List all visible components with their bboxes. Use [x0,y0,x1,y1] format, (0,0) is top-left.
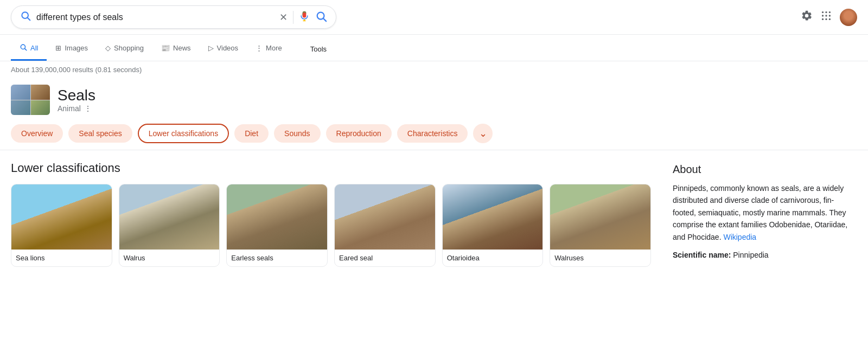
svg-line-1 [28,18,30,21]
thumb-1 [11,85,30,100]
chips-row: Overview Seal species Lower classificati… [0,119,868,150]
classifications-panel: Lower classifications Sea lions Walrus E… [11,161,651,267]
entity-name: Seals [58,87,95,104]
card-label-walrus: Walrus [119,250,220,266]
svg-point-14 [829,18,831,20]
thumb-3 [11,100,30,116]
card-otarioidea[interactable]: Otarioidea [442,184,544,267]
svg-point-7 [825,11,827,13]
search-box: ✕ [11,5,336,29]
images-tab-icon: ⊞ [55,44,61,52]
top-bar: ✕ [0,0,868,35]
card-img-walruses [550,184,650,250]
apps-icon[interactable] [820,10,832,24]
card-label-eared-seal: Eared seal [335,250,435,266]
card-img-eared-seal [335,184,435,250]
svg-point-6 [822,11,824,13]
nav-tabs: All ⊞ Images ◇ Shopping 📰 News ▷ Videos … [0,35,868,61]
more-tab-icon: ⋮ [256,44,263,52]
tab-tools-label: Tools [310,45,327,53]
entity-subtitle: Animal ⋮ [58,104,95,113]
svg-point-8 [829,11,831,13]
shopping-tab-icon: ◇ [105,44,111,52]
lens-icon[interactable] [315,10,327,24]
about-panel: About Pinnipeds, commonly known as seals… [673,161,857,267]
search-icons: ✕ [279,10,327,24]
tab-shopping-label: Shopping [114,44,144,52]
settings-icon[interactable] [801,10,813,24]
svg-point-13 [825,18,827,20]
entity-info: Seals Animal ⋮ [58,87,95,113]
top-right-icons [801,9,857,26]
tab-tools[interactable]: Tools [302,39,335,60]
tab-images[interactable]: ⊞ Images [47,37,97,60]
chip-sounds[interactable]: Sounds [274,124,320,143]
clear-icon[interactable]: ✕ [279,11,288,23]
tab-all-label: All [30,44,38,52]
about-title: About [673,163,857,176]
svg-point-11 [829,15,831,16]
scientific-name: Scientific name: Pinnipedia [673,251,857,259]
avatar-image [840,9,857,26]
card-img-sea-lions [11,184,112,250]
svg-line-16 [25,49,27,50]
card-label-otarioidea: Otarioidea [443,250,543,266]
main-content: Lower classifications Sea lions Walrus E… [0,150,868,278]
card-sea-lions[interactable]: Sea lions [11,184,112,267]
card-walrus[interactable]: Walrus [119,184,220,267]
tab-news[interactable]: 📰 News [152,37,200,60]
news-tab-icon: 📰 [161,44,170,52]
card-img-earless-seals [227,184,327,250]
knowledge-header: Seals Animal ⋮ [0,78,868,119]
svg-point-10 [825,15,827,16]
microphone-icon[interactable] [299,11,310,23]
chip-reproduction[interactable]: Reproduction [326,124,392,143]
svg-line-5 [323,18,326,21]
search-input[interactable] [36,12,274,22]
chip-diet[interactable]: Diet [234,124,269,143]
card-label-walruses: Walruses [550,250,650,266]
search-divider [293,11,293,24]
tab-news-label: News [173,44,191,52]
card-img-walrus [119,184,220,250]
tab-shopping[interactable]: ◇ Shopping [97,37,152,60]
videos-tab-icon: ▷ [208,44,214,52]
thumb-2 [31,85,50,100]
card-label-earless-seals: Earless seals [227,250,327,266]
card-eared-seal[interactable]: Eared seal [334,184,436,267]
card-earless-seals[interactable]: Earless seals [226,184,328,267]
card-walruses[interactable]: Walruses [550,184,651,267]
results-count: About 139,000,000 results (0.81 seconds) [0,61,868,78]
card-label-sea-lions: Sea lions [11,250,112,266]
card-img-otarioidea [443,184,543,250]
about-text: Pinnipeds, commonly known as seals, are … [673,182,857,243]
svg-point-12 [822,18,824,20]
avatar[interactable] [840,9,857,26]
chip-characteristics[interactable]: Characteristics [397,124,468,143]
all-tab-icon [20,43,27,53]
tab-images-label: Images [65,44,88,52]
search-icon [20,10,31,24]
chip-overview[interactable]: Overview [11,124,63,143]
tab-videos[interactable]: ▷ Videos [200,37,247,60]
chip-seal-species[interactable]: Seal species [68,124,132,143]
chip-lower-classifications[interactable]: Lower classifications [138,124,229,143]
chip-expand-icon[interactable]: ⌄ [473,124,493,143]
animal-cards-grid: Sea lions Walrus Earless seals Eared sea… [11,184,651,267]
classifications-title: Lower classifications [11,161,651,175]
svg-point-9 [822,15,824,16]
entity-menu-icon[interactable]: ⋮ [84,104,92,113]
tab-more-label: More [266,44,282,52]
thumb-4 [31,100,50,116]
tab-more[interactable]: ⋮ More [247,37,291,60]
tab-videos-label: Videos [217,44,239,52]
wikipedia-link[interactable]: Wikipedia [723,233,756,241]
tab-all[interactable]: All [11,37,47,61]
entity-thumbnail[interactable] [11,85,50,115]
